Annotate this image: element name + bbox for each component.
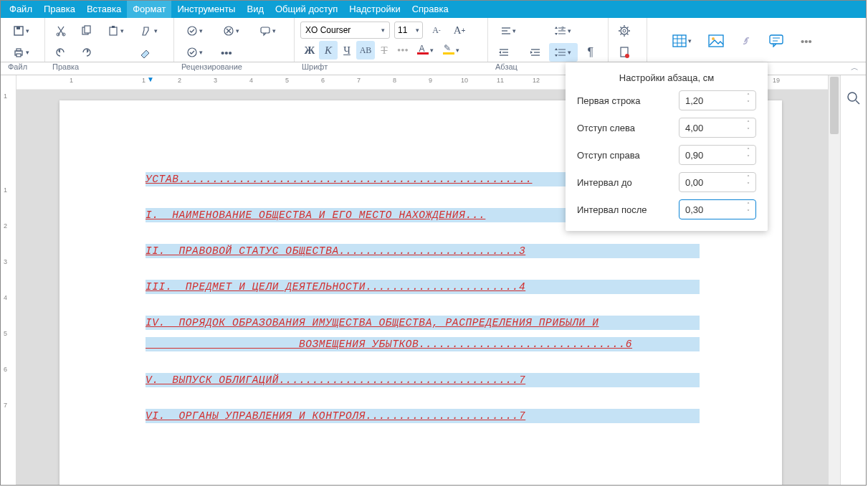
font-color-button[interactable]: A▾ [412, 41, 438, 60]
popup-title: Настройки абзаца, см [577, 72, 756, 83]
more-button[interactable]: ••• [216, 43, 237, 62]
menu-edit[interactable]: Правка [38, 1, 81, 18]
label-font: Шрифт [295, 62, 488, 75]
font-size-value: 11 [398, 25, 407, 35]
paragraph-settings-button[interactable]: ▾ [549, 43, 578, 62]
highlight-button[interactable]: АВ [356, 41, 375, 60]
toc-line[interactable]: ВОЗМЕЩЕНИЯ УБЫТКОВ......................… [146, 337, 700, 351]
redo-button[interactable] [76, 43, 96, 62]
increase-font-button[interactable]: A+ [450, 21, 469, 39]
right-panel [840, 75, 866, 485]
menu-view[interactable]: Вид [241, 1, 270, 18]
menu-help[interactable]: Справка [406, 1, 454, 18]
space-after-input[interactable]: 0,30˄˅ [679, 199, 756, 219]
indent-left-input[interactable]: 4,00˄˅ [679, 118, 756, 138]
doc-alert-button[interactable] [614, 43, 634, 62]
group-settings [609, 18, 647, 62]
svg-point-31 [621, 27, 628, 34]
svg-rect-40 [709, 35, 723, 47]
svg-rect-10 [112, 26, 115, 28]
space-after-label: Интервал после [577, 204, 647, 215]
track-changes-button[interactable]: ▾ [180, 43, 209, 62]
toc-line[interactable]: V. ВЫПУСК ОБЛИГАЦИЙ.....................… [146, 373, 700, 387]
svg-point-45 [848, 93, 857, 101]
copy-button[interactable] [76, 22, 96, 40]
first-line-input[interactable]: 1,20˄˅ [679, 90, 756, 110]
indent-button[interactable] [525, 43, 545, 62]
eraser-button[interactable] [135, 43, 156, 62]
svg-point-34 [625, 54, 629, 58]
font-family-select[interactable]: XO Courser▾ [300, 22, 390, 39]
svg-rect-9 [110, 27, 117, 35]
toolbar: ▾ ▾ ▾ ▾ ▾ ▾ ▾ ••• ▾ [1, 18, 866, 62]
label-file: Файл [1, 62, 45, 75]
comment-button[interactable] [766, 32, 786, 50]
settings-button[interactable] [614, 22, 634, 40]
vertical-ruler: 1 1 2 3 4 5 6 7 [1, 75, 16, 485]
indent-marker-icon[interactable]: ▼ [147, 75, 154, 83]
svg-rect-35 [673, 35, 686, 47]
first-line-label: Первая строка [577, 95, 641, 106]
menu-file[interactable]: Файл [4, 1, 38, 18]
menu-share[interactable]: Общий доступ [270, 1, 343, 18]
search-icon[interactable] [846, 91, 861, 105]
indent-right-label: Отступ справа [577, 150, 640, 161]
svg-rect-14 [261, 27, 270, 33]
space-before-label: Интервал до [577, 177, 632, 188]
svg-rect-4 [16, 54, 21, 57]
svg-rect-42 [770, 35, 783, 44]
svg-point-11 [188, 27, 196, 35]
highlight-color-button[interactable]: ✎▾ [438, 41, 464, 60]
vertical-scrollbar[interactable] [828, 75, 840, 485]
accept-button[interactable]: ▾ [180, 22, 209, 40]
more-insert-button[interactable]: ••• [796, 32, 816, 50]
paragraph-settings-popup: Настройки абзаца, см Первая строка 1,20˄… [566, 62, 768, 231]
svg-rect-8 [85, 26, 90, 33]
pilcrow-button[interactable]: ¶ [581, 43, 601, 62]
print-button[interactable]: ▾ [6, 43, 35, 62]
line-spacing-button[interactable]: 2▾ [549, 22, 578, 40]
group-file: ▾ ▾ [1, 18, 45, 62]
menu-addons[interactable]: Надстройки [343, 1, 406, 18]
toc-line[interactable]: II. ПРАВОВОЙ СТАТУС ОБЩЕСТВА............… [146, 244, 700, 258]
save-button[interactable]: ▾ [6, 22, 35, 40]
format-painter-button[interactable]: ▾ [135, 22, 164, 40]
menubar: Файл Правка Вставка Формат Инструменты В… [1, 1, 866, 18]
underline-button[interactable]: Ч [338, 41, 356, 60]
more-font-button[interactable]: ••• [394, 41, 412, 60]
menu-format[interactable]: Формат [127, 1, 171, 18]
reject-button[interactable]: ▾ [216, 22, 245, 40]
svg-text:2: 2 [561, 26, 564, 31]
font-size-select[interactable]: 11▾ [394, 22, 423, 39]
toc-line[interactable]: VI. ОРГАНЫ УПРАВЛЕНИЯ И КОНТРОЛЯ........… [146, 409, 700, 423]
strike-button[interactable]: T [375, 41, 394, 60]
toc-line[interactable]: IV. ПОРЯДОК ОБРАЗОВАНИЯ ИМУЩЕСТВА ОБЩЕСТ… [146, 316, 700, 330]
image-button[interactable] [706, 32, 726, 50]
outdent-button[interactable] [494, 43, 514, 62]
group-paragraph: ▾ 2▾ ▾ ¶ [488, 18, 609, 62]
bold-button[interactable]: Ж [300, 41, 319, 60]
comment-mode-button[interactable]: ▾ [253, 22, 282, 40]
link-button[interactable] [736, 32, 756, 50]
decrease-font-button[interactable]: A- [427, 21, 446, 39]
font-family-value: XO Courser [305, 25, 350, 35]
label-edit: Правка [45, 62, 174, 75]
indent-left-label: Отступ слева [577, 123, 635, 133]
indent-right-input[interactable]: 0,90˄˅ [679, 145, 756, 165]
menu-insert[interactable]: Вставка [81, 1, 127, 18]
menu-tools[interactable]: Инструменты [171, 1, 241, 18]
svg-rect-3 [16, 49, 21, 51]
group-insert: ▾ ••• [647, 18, 866, 62]
svg-point-41 [712, 37, 715, 40]
cut-button[interactable] [51, 22, 71, 40]
paste-button[interactable]: ▾ [102, 22, 130, 40]
toc-line[interactable]: III. ПРЕДМЕТ И ЦЕЛИ ДЕЯТЕЛЬНОСТИ........… [146, 280, 700, 294]
group-review: ▾ ▾ ▾ ••• ▾ [174, 18, 295, 62]
table-button[interactable]: ▾ [667, 32, 696, 50]
space-before-input[interactable]: 0,00˄˅ [679, 172, 756, 192]
italic-button[interactable]: К [319, 41, 338, 60]
svg-point-32 [623, 29, 626, 32]
svg-point-12 [188, 48, 196, 57]
undo-button[interactable] [51, 43, 71, 62]
align-button[interactable]: ▾ [494, 22, 523, 40]
